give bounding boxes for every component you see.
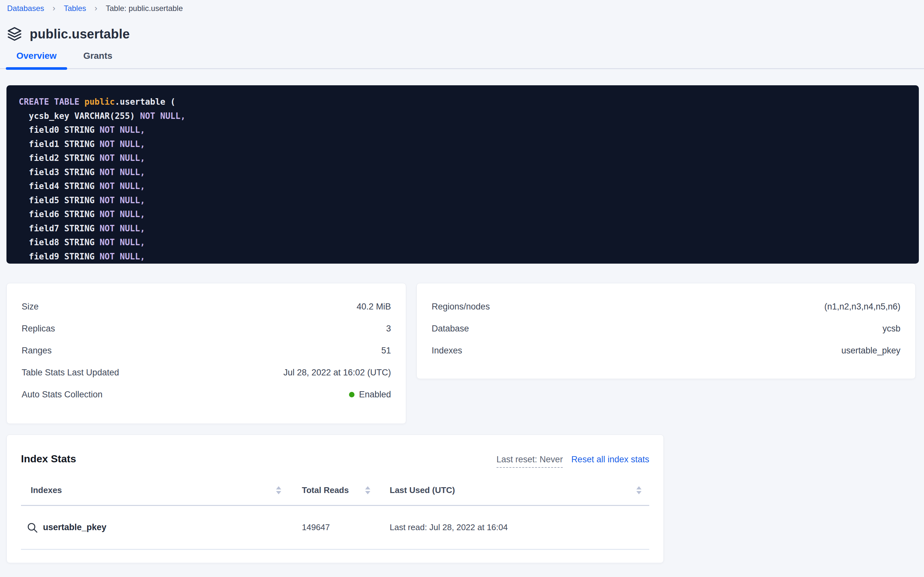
sql-code-line: field9 STRING NOT NULL, [19, 250, 906, 264]
stat-value-text: 3 [386, 324, 391, 334]
sql-token-plain: ycsb_key VARCHAR(255) [19, 111, 140, 121]
stat-row: Replicas3 [22, 318, 391, 340]
sql-code-line: field4 STRING NOT NULL, [19, 179, 906, 193]
stat-label: Auto Stats Collection [22, 390, 103, 400]
sql-token-kw: NOT NULL, [100, 210, 145, 219]
tab-overview[interactable]: Overview [6, 51, 67, 68]
stat-row: Ranges51 [22, 340, 391, 361]
sql-token-plain: field5 STRING [19, 195, 100, 205]
sql-token-plain: field0 STRING [19, 125, 100, 135]
stat-value-text: 51 [381, 346, 391, 356]
status-dot-enabled [349, 392, 355, 397]
sql-token-kw: NOT NULL, [100, 224, 145, 233]
sort-icon [365, 486, 370, 494]
table-header-row: Indexes Total Reads Last Used (UTC) [21, 485, 649, 506]
sql-token-kw: NOT NULL, [100, 251, 145, 261]
index-name-cell[interactable]: usertable_pkey [21, 521, 281, 534]
page-title: public.usertable [30, 27, 130, 41]
sql-token-plain: field9 STRING [19, 251, 100, 261]
stat-label: Table Stats Last Updated [22, 367, 119, 378]
stat-label: Regions/nodes [432, 302, 490, 312]
sql-token-schema: public [85, 97, 115, 106]
stat-row: Auto Stats CollectionEnabled [22, 384, 391, 405]
breadcrumb-current: Table: public.usertable [106, 3, 183, 14]
sql-token-plain: .usertable ( [115, 97, 175, 106]
sql-token-plain: field8 STRING [19, 237, 100, 247]
sql-code-line: field1 STRING NOT NULL, [19, 137, 906, 152]
breadcrumb-link-databases[interactable]: Databases [7, 3, 44, 14]
stat-row: Regions/nodes(n1,n2,n3,n4,n5,n6) [432, 296, 900, 318]
sql-code-line: field3 STRING NOT NULL, [19, 165, 906, 180]
create-table-sql-block: CREATE TABLE public.usertable ( ycsb_key… [6, 85, 919, 264]
stat-value: 51 [381, 346, 391, 356]
sort-icon [276, 486, 281, 494]
stat-label: Size [22, 302, 39, 312]
reset-all-index-stats-link[interactable]: Reset all index stats [571, 455, 649, 464]
sql-code-line: field2 STRING NOT NULL, [19, 151, 906, 165]
table-stats-card: Size40.2 MiBReplicas3Ranges51Table Stats… [6, 283, 406, 424]
sql-code-line: field0 STRING NOT NULL, [19, 123, 906, 137]
sql-code-line: field8 STRING NOT NULL, [19, 235, 906, 250]
search-icon [26, 521, 39, 534]
index-name: usertable_pkey [43, 522, 106, 532]
sql-code-line: field7 STRING NOT NULL, [19, 222, 906, 236]
stat-value-text: ycsb [882, 324, 900, 334]
table-row: usertable_pkey 149647 Last read: Jul 28,… [21, 506, 649, 550]
stat-value-text: (n1,n2,n3,n4,n5,n6) [824, 302, 900, 312]
stats-cards-row: Size40.2 MiBReplicas3Ranges51Table Stats… [6, 283, 916, 424]
sql-token-kw: CREATE TABLE [19, 97, 85, 106]
tab-grants[interactable]: Grants [67, 51, 129, 68]
tab-bar: Overview Grants [0, 49, 924, 69]
total-reads-cell: 149647 [281, 522, 370, 532]
stat-value: ycsb [882, 324, 900, 334]
stat-value: 40.2 MiB [357, 302, 391, 312]
stat-label: Replicas [22, 324, 55, 334]
index-stats-table: Indexes Total Reads Last Used (UTC) [21, 485, 649, 550]
stat-value-text: usertable_pkey [841, 346, 900, 356]
column-header-label: Indexes [31, 485, 62, 495]
stat-value: usertable_pkey [841, 346, 900, 356]
last-used-cell: Last read: Jul 28, 2022 at 16:04 [370, 522, 649, 532]
column-header-label: Total Reads [302, 485, 349, 495]
stat-label: Indexes [432, 346, 462, 356]
stat-label: Database [432, 324, 469, 334]
sql-token-kw: NOT NULL, [100, 139, 145, 149]
stat-row: Table Stats Last UpdatedJul 28, 2022 at … [22, 361, 391, 384]
breadcrumb-link-tables[interactable]: Tables [64, 3, 86, 14]
chevron-right-icon: › [95, 4, 98, 12]
stat-row: Databaseycsb [432, 318, 900, 340]
sql-token-plain: field4 STRING [19, 181, 100, 191]
stat-label: Ranges [22, 346, 51, 356]
column-header-label: Last Used (UTC) [390, 485, 455, 495]
sql-token-plain: field1 STRING [19, 139, 100, 149]
stat-value: Jul 28, 2022 at 16:02 (UTC) [283, 367, 391, 378]
sql-token-plain: field6 STRING [19, 210, 100, 219]
stat-value: Enabled [349, 390, 391, 400]
sql-code-line: field5 STRING NOT NULL, [19, 193, 906, 208]
stat-row: Indexesusertable_pkey [432, 340, 900, 361]
breadcrumb: Databases › Tables › Table: public.usert… [0, 0, 924, 14]
sql-token-kw: NOT NULL, [140, 111, 186, 121]
sql-token-kw: NOT NULL, [100, 181, 145, 191]
stat-value: (n1,n2,n3,n4,n5,n6) [824, 302, 900, 312]
layers-icon [7, 26, 22, 41]
chevron-right-icon: › [53, 4, 56, 12]
page-header: public.usertable [7, 26, 924, 41]
sql-code-line: field6 STRING NOT NULL, [19, 208, 906, 222]
index-stats-title: Index Stats [21, 453, 76, 465]
table-details-page: Databases › Tables › Table: public.usert… [0, 0, 924, 577]
sql-token-plain: field3 STRING [19, 168, 100, 177]
sql-token-kw: NOT NULL, [100, 195, 145, 205]
table-info-card: Regions/nodes(n1,n2,n3,n4,n5,n6)Database… [416, 283, 916, 379]
sql-token-kw: NOT NULL, [100, 237, 145, 247]
index-stats-actions: Last reset: Never Reset all index stats [497, 455, 649, 468]
sql-code-line: CREATE TABLE public.usertable ( [19, 95, 906, 109]
column-header-total-reads[interactable]: Total Reads [281, 485, 370, 495]
sql-token-plain: field7 STRING [19, 224, 100, 233]
stat-value-text: 40.2 MiB [357, 302, 391, 312]
last-reset-label[interactable]: Last reset: Never [497, 455, 563, 468]
sql-token-plain: field2 STRING [19, 153, 100, 163]
column-header-indexes[interactable]: Indexes [21, 485, 281, 495]
index-stats-header: Index Stats Last reset: Never Reset all … [21, 453, 649, 468]
column-header-last-used[interactable]: Last Used (UTC) [370, 485, 649, 495]
